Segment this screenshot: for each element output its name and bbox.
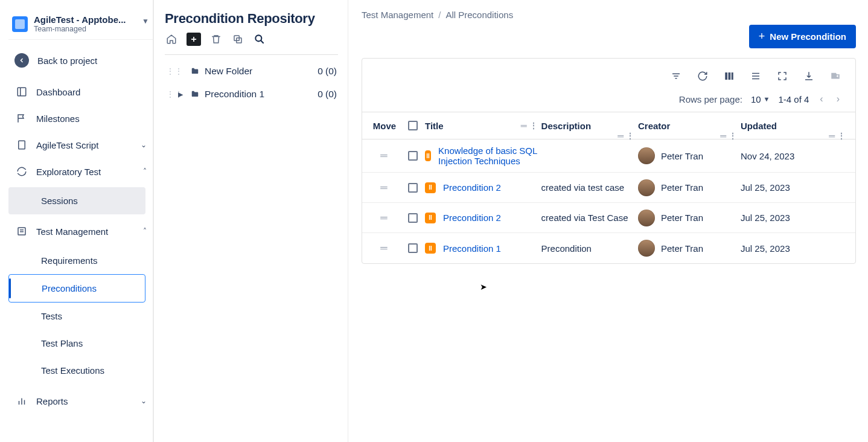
search-icon[interactable] <box>253 33 266 46</box>
filter-icon[interactable] <box>669 69 683 83</box>
col-description[interactable]: Description ═ ⋮ <box>541 121 638 131</box>
row-creator: Peter Tran <box>638 179 741 196</box>
rows-per-page-select[interactable]: 10 ▼ <box>751 94 770 104</box>
precondition-link[interactable]: Knowledge of basic SQL Injection Techniq… <box>438 146 541 166</box>
svg-rect-18 <box>725 72 727 80</box>
checkbox-icon <box>408 183 418 193</box>
download-icon[interactable] <box>802 69 815 83</box>
creator-name: Peter Tran <box>661 151 703 161</box>
sub-label: Requirements <box>41 255 97 266</box>
new-precondition-button[interactable]: + New Precondition <box>749 25 856 48</box>
document-icon <box>16 139 28 151</box>
row-checkbox[interactable] <box>401 213 425 223</box>
checkbox-icon <box>408 121 418 130</box>
drag-handle-icon[interactable]: ═ <box>368 150 401 161</box>
sub-test-executions[interactable]: Test Executions <box>8 357 145 384</box>
precondition-link[interactable]: Precondition 2 <box>443 213 501 223</box>
breadcrumb-root[interactable]: Test Management <box>362 10 433 20</box>
nav-milestones[interactable]: Milestones <box>8 105 153 132</box>
column-handle-icon[interactable]: ═ ⋮ <box>720 131 737 141</box>
row-description: Precondition <box>541 243 638 254</box>
home-icon[interactable] <box>165 33 178 46</box>
button-label: New Precondition <box>770 31 846 42</box>
select-all[interactable] <box>401 121 425 130</box>
drag-handle-icon[interactable]: ═ <box>368 182 401 193</box>
delete-icon[interactable] <box>209 33 223 46</box>
density-icon[interactable] <box>749 69 762 83</box>
sub-tests[interactable]: Tests <box>8 303 145 330</box>
sub-sessions[interactable]: Sessions <box>8 187 145 214</box>
nav-test-management[interactable]: Test Management ˄ <box>8 218 153 245</box>
folder-row[interactable]: ⋮⋮ ▶ Precondition 1 0 (0) <box>165 83 338 106</box>
folder-row[interactable]: ⋮⋮ New Folder 0 (0) <box>165 60 338 83</box>
copy-icon[interactable] <box>231 33 244 46</box>
checkbox-icon <box>408 243 418 253</box>
nav-label: Dashboard <box>36 87 80 97</box>
drag-handle-icon[interactable]: ⋮⋮ <box>166 66 173 76</box>
breadcrumb: Test Management / All Preconditions <box>362 10 856 20</box>
row-title: II Precondition 1 <box>425 243 541 254</box>
col-updated[interactable]: Updated ═ ⋮ <box>741 121 849 131</box>
row-checkbox[interactable] <box>401 183 425 193</box>
drag-handle-icon[interactable]: ═ <box>368 213 401 223</box>
folder-icon <box>190 90 200 98</box>
svg-rect-20 <box>732 72 733 80</box>
row-updated: Jul 25, 2023 <box>741 182 849 193</box>
nav-agiletest-script[interactable]: AgileTest Script ⌄ <box>8 132 153 158</box>
checkbox-icon <box>408 213 418 223</box>
col-creator-label: Creator <box>638 121 670 131</box>
col-creator[interactable]: Creator ═ ⋮ <box>638 121 741 131</box>
chevron-up-icon: ˄ <box>143 227 147 235</box>
table-row: ═ II Precondition 1 Precondition Peter T… <box>362 233 855 263</box>
precondition-link[interactable]: Precondition 2 <box>443 182 501 193</box>
sub-label: Tests <box>41 311 62 321</box>
chevron-right-icon[interactable]: ▶ <box>178 91 185 98</box>
nav-reports[interactable]: Reports ⌄ <box>8 388 153 414</box>
row-description: created via test case <box>541 182 638 193</box>
back-label: Back to project <box>37 56 97 66</box>
nav-dashboard[interactable]: Dashboard <box>8 78 153 105</box>
dashboard-icon <box>16 86 28 98</box>
nav-exploratory-test[interactable]: Exploratory Test ˄ <box>8 158 153 185</box>
refresh-icon[interactable] <box>696 69 709 83</box>
column-handle-icon[interactable]: ═ ⋮ <box>617 131 634 141</box>
sub-label: Test Executions <box>41 365 104 376</box>
export-icon[interactable] <box>829 69 842 83</box>
col-description-label: Description <box>541 121 592 131</box>
column-handle-icon[interactable]: ═ ⋮ <box>829 131 846 141</box>
svg-rect-2 <box>19 141 25 149</box>
drag-handle-icon[interactable]: ⋮⋮ <box>166 89 173 99</box>
sub-preconditions[interactable]: Preconditions <box>8 274 145 303</box>
sub-requirements[interactable]: Requirements <box>8 247 145 274</box>
flag-icon <box>16 112 28 124</box>
chart-icon <box>16 395 28 407</box>
columns-icon[interactable] <box>723 69 736 83</box>
row-checkbox[interactable] <box>401 151 425 161</box>
creator-name: Peter Tran <box>661 182 703 193</box>
row-creator: Peter Tran <box>638 240 741 257</box>
svg-line-14 <box>261 40 264 43</box>
row-title: II Precondition 2 <box>425 182 541 193</box>
prev-page[interactable]: ‹ <box>817 94 825 104</box>
new-folder-icon[interactable] <box>187 33 201 46</box>
fullscreen-icon[interactable] <box>776 69 789 83</box>
nav-label: Reports <box>36 396 68 406</box>
back-to-project[interactable]: Back to project <box>8 47 153 74</box>
breadcrumb-separator: / <box>438 10 441 20</box>
breadcrumb-current: All Preconditions <box>445 10 513 20</box>
avatar <box>638 210 655 226</box>
col-title[interactable]: Title ═ ⋮ <box>425 121 541 131</box>
folder-name: Precondition 1 <box>205 89 264 100</box>
precondition-link[interactable]: Precondition 1 <box>443 243 501 254</box>
column-handle-icon[interactable]: ═ ⋮ <box>521 121 538 130</box>
project-switcher[interactable]: AgileTest - Apptobe... Team-managed ▼ <box>8 12 153 40</box>
next-page[interactable]: › <box>834 94 842 104</box>
drag-handle-icon[interactable]: ═ <box>368 243 401 254</box>
chevron-down-icon: ⌄ <box>141 397 147 405</box>
checkbox-icon <box>408 151 418 161</box>
sub-test-plans[interactable]: Test Plans <box>8 330 145 357</box>
row-checkbox[interactable] <box>401 243 425 253</box>
col-title-label: Title <box>425 121 444 131</box>
folder-count: 0 (0) <box>318 66 337 77</box>
table-toolbar <box>362 59 855 88</box>
